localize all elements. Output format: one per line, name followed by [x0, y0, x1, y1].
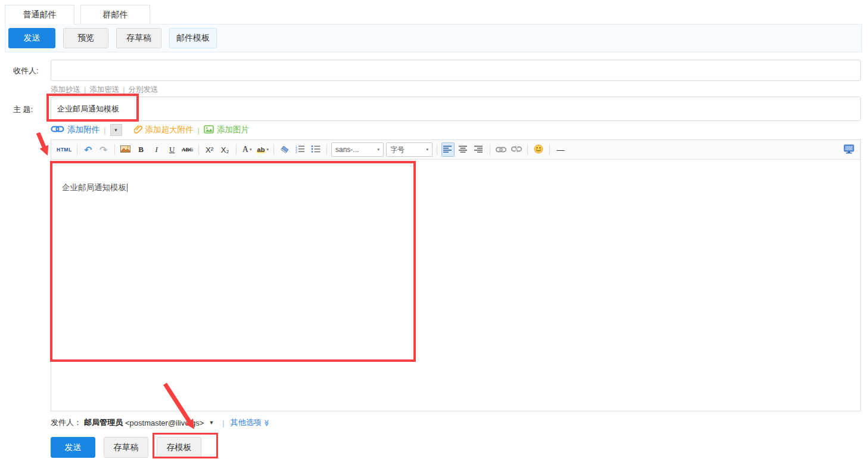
- save-template-button[interactable]: 存模板: [157, 437, 201, 458]
- picture-icon: [204, 125, 214, 135]
- smiley-icon: [534, 144, 543, 156]
- recipient-input[interactable]: [51, 60, 861, 81]
- sender-email: <postmaster@ilive.gs>: [125, 418, 204, 427]
- insert-image-button[interactable]: [119, 142, 132, 157]
- emoji-button[interactable]: [532, 142, 545, 157]
- underline-button[interactable]: U: [166, 142, 179, 157]
- top-action-bar: 发送 预览 存草稿 邮件模板: [5, 24, 862, 52]
- cc-links-row: 添加抄送 | 添加密送 | 分别发送: [51, 85, 158, 95]
- font-family-value: sans-...: [335, 145, 359, 154]
- toolbar-divider: [198, 144, 199, 155]
- align-left-icon: [443, 145, 452, 154]
- send-separately-link[interactable]: 分别发送: [129, 85, 158, 95]
- caret-down-icon: ▼: [114, 128, 119, 133]
- toolbar-divider: [437, 144, 437, 155]
- italic-button[interactable]: I: [150, 142, 163, 157]
- remove-link-button[interactable]: [510, 142, 523, 157]
- caret-down-icon: ▾: [250, 147, 252, 152]
- preview-button[interactable]: 预览: [63, 28, 108, 48]
- superscript-button[interactable]: X²: [203, 142, 216, 157]
- eraser-icon: [280, 145, 290, 155]
- add-large-attachment-label: 添加超大附件: [145, 125, 194, 135]
- horizontal-rule-button[interactable]: —: [554, 142, 567, 157]
- mail-compose-page: 普通邮件 群邮件 发送 预览 存草稿 邮件模板 收件人: 添加抄送 | 添加密送…: [0, 0, 868, 459]
- rich-text-editor: HTML ↶ ↷ B I U ABC X² X₂ A ▾ ab: [51, 139, 861, 411]
- align-left-button[interactable]: [441, 142, 455, 157]
- bottom-action-bar: 发送 存草稿 存模板: [51, 437, 201, 458]
- svg-text:3: 3: [295, 150, 297, 153]
- attachment-bar: 添加附件 | ▼ 添加超大附件 | 添加图片: [51, 122, 249, 138]
- toolbar-divider: [326, 144, 327, 155]
- send-button[interactable]: 发送: [8, 28, 55, 48]
- send-button-bottom[interactable]: 发送: [51, 437, 95, 458]
- separator: |: [123, 86, 125, 94]
- mail-template-button[interactable]: 邮件模板: [169, 28, 217, 48]
- bullet-list-button[interactable]: [309, 142, 322, 157]
- chain-link-icon: [51, 125, 64, 135]
- editor-body[interactable]: 企业邮局通知模板: [51, 160, 860, 193]
- add-image-label: 添加图片: [217, 125, 249, 135]
- sender-label: 发件人：: [51, 417, 82, 428]
- paperclip-icon: [134, 125, 142, 135]
- toolbar-divider: [273, 144, 274, 155]
- bold-button[interactable]: B: [135, 142, 148, 157]
- add-attachment-label: 添加附件: [67, 125, 99, 135]
- broken-chain-icon: [511, 145, 522, 154]
- chain-icon: [496, 145, 506, 154]
- bullet-list-icon: [311, 145, 321, 155]
- highlight-label: ab: [257, 146, 266, 153]
- separator: |: [104, 126, 106, 135]
- ordered-list-icon: 123: [295, 145, 305, 155]
- sender-row: 发件人： 邮局管理员 <postmaster@ilive.gs> ▼ | 其他选…: [51, 417, 270, 429]
- add-cc-link[interactable]: 添加抄送: [51, 85, 80, 95]
- add-attachment-link[interactable]: 添加附件: [51, 125, 99, 135]
- font-size-select[interactable]: 字号 ▾: [386, 142, 433, 157]
- align-center-icon: [459, 145, 468, 154]
- subject-input[interactable]: [51, 97, 861, 121]
- text-cursor: [127, 184, 127, 192]
- caret-down-icon: ▾: [426, 147, 428, 152]
- picture-icon: [120, 145, 130, 154]
- tab-normal-mail[interactable]: 普通邮件: [5, 5, 74, 24]
- editor-toolbar: HTML ↶ ↷ B I U ABC X² X₂ A ▾ ab: [51, 140, 860, 160]
- font-size-value: 字号: [390, 145, 405, 155]
- undo-button[interactable]: ↶: [82, 142, 95, 157]
- ordered-list-button[interactable]: 123: [294, 142, 307, 157]
- font-family-select[interactable]: sans-... ▾: [331, 142, 384, 157]
- separator: |: [222, 418, 224, 427]
- monitor-icon: [844, 144, 854, 156]
- subject-label: 主 题:: [13, 104, 33, 115]
- toolbar-divider: [490, 144, 490, 155]
- sender-dropdown-caret[interactable]: ▼: [209, 420, 214, 426]
- insert-link-button[interactable]: [494, 142, 508, 157]
- eraser-button[interactable]: [278, 142, 291, 157]
- attachment-dropdown-button[interactable]: ▼: [110, 124, 122, 136]
- highlight-button[interactable]: ab ▾: [256, 142, 269, 157]
- other-options-link[interactable]: 其他选项 ≫: [231, 417, 270, 428]
- save-draft-button[interactable]: 存草稿: [116, 28, 161, 48]
- add-large-attachment-link[interactable]: 添加超大附件: [134, 125, 194, 135]
- caret-down-icon: ▾: [377, 147, 379, 152]
- toolbar-divider: [236, 144, 237, 155]
- caret-down-icon: ▾: [266, 147, 269, 152]
- strikethrough-button[interactable]: ABC: [181, 142, 194, 157]
- subscript-button[interactable]: X₂: [219, 142, 232, 157]
- font-color-label: A: [242, 145, 248, 154]
- add-image-link[interactable]: 添加图片: [204, 125, 249, 135]
- font-color-button[interactable]: A ▾: [241, 142, 254, 157]
- separator: |: [198, 126, 200, 135]
- fullscreen-button[interactable]: [842, 142, 855, 157]
- redo-button[interactable]: ↷: [97, 142, 110, 157]
- align-center-button[interactable]: [457, 142, 470, 157]
- other-options-label: 其他选项: [231, 417, 262, 428]
- html-source-button[interactable]: HTML: [56, 142, 73, 157]
- separator: |: [84, 86, 86, 94]
- align-right-button[interactable]: [472, 142, 486, 157]
- toolbar-divider: [549, 144, 550, 155]
- chevron-double-down-icon: ≫: [263, 419, 270, 426]
- save-draft-button-bottom[interactable]: 存草稿: [104, 437, 148, 458]
- align-right-icon: [474, 145, 483, 154]
- add-bcc-link[interactable]: 添加密送: [89, 85, 119, 95]
- annotation-arrow-editor: [38, 133, 45, 148]
- tab-group-mail[interactable]: 群邮件: [80, 5, 150, 24]
